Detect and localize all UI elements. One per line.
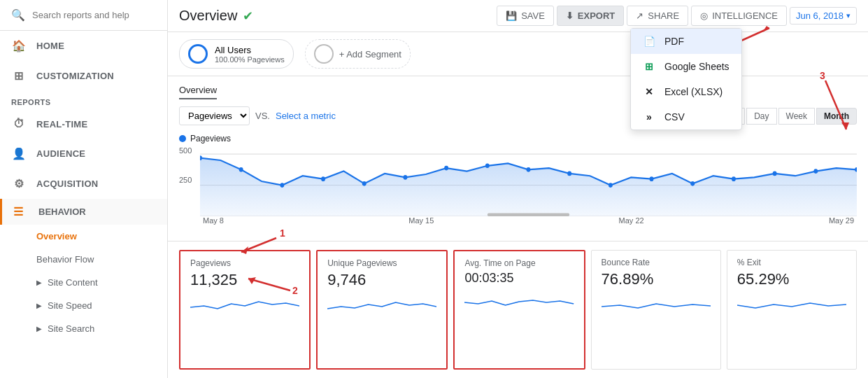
sidebar-item-home[interactable]: 🏠 HOME — [0, 31, 167, 61]
home-icon: 🏠 — [11, 39, 27, 52]
site-speed-label: Site Speed — [48, 300, 92, 311]
intelligence-button[interactable]: ◎ INTELLIGENCE — [691, 6, 787, 26]
svg-point-14 — [650, 176, 654, 181]
stat-value-pageviews: 11,325 — [190, 271, 299, 289]
time-btn-day[interactable]: Day — [746, 108, 776, 125]
stat-value-exit: 65.29% — [737, 270, 846, 288]
all-users-segment[interactable]: All Users 100.00% Pageviews — [179, 39, 294, 69]
add-segment-circle — [314, 44, 334, 64]
search-icon: 🔍 — [11, 8, 25, 22]
save-button[interactable]: 💾 SAVE — [497, 6, 554, 26]
sidebar-item-acquisition[interactable]: ⚙ ACQUISITION — [0, 169, 167, 199]
sparkline-exit — [737, 293, 846, 314]
x-label-may15: May 15 — [408, 216, 434, 225]
chart-legend-dot — [179, 135, 186, 142]
time-btn-week[interactable]: Week — [778, 108, 815, 125]
svg-point-10 — [485, 163, 490, 168]
svg-point-5 — [280, 183, 284, 188]
time-btn-month[interactable]: Month — [816, 108, 857, 125]
segment-sub: 100.00% Pageviews — [215, 55, 285, 64]
sidebar-customization-label: CUSTOMIZATION — [36, 71, 114, 81]
page-title-group: Overview ✔ — [179, 8, 253, 24]
overview-sub-label: Overview — [36, 231, 77, 241]
sparkline-unique — [327, 293, 436, 314]
sparkline-bounce — [602, 293, 711, 314]
svg-point-9 — [444, 166, 448, 171]
x-label-may29: May 29 — [829, 216, 854, 225]
x-label-may22: May 22 — [619, 216, 644, 225]
stat-label-pageviews: Pageviews — [190, 258, 299, 268]
behavior-label: BEHAVIOR — [38, 206, 86, 217]
select-metric-link[interactable]: Select a metric — [276, 111, 336, 121]
expand-icon-speed: ▶ — [36, 302, 42, 309]
pdf-icon: 📄 — [642, 36, 656, 47]
sidebar-item-audience[interactable]: 👤 AUDIENCE — [0, 139, 167, 169]
export-icon: ⬇ — [566, 10, 574, 21]
svg-rect-20 — [488, 214, 569, 216]
svg-point-13 — [609, 183, 613, 188]
date-range-arrow: ▾ — [846, 11, 851, 20]
reports-label: Reports — [0, 91, 167, 109]
export-button[interactable]: ⬇ EXPORT — [557, 6, 624, 26]
sidebar: 🔍 Search reports and help 🏠 HOME ⊞ CUSTO… — [0, 0, 168, 378]
export-pdf-item[interactable]: 📄 PDF — [631, 29, 741, 54]
sidebar-item-behavior[interactable]: ☰ BEHAVIOR — [0, 199, 167, 225]
share-button[interactable]: ↗ SHARE — [627, 6, 688, 26]
chart-controls: Pageviews VS. Select a metric Hourly Day… — [179, 106, 857, 125]
svg-point-11 — [527, 167, 531, 172]
chart-x-labels: May 8 May 15 May 22 May 29 — [200, 216, 857, 225]
sidebar-item-site-content[interactable]: ▶ Site Content — [0, 271, 167, 294]
svg-point-4 — [239, 167, 243, 172]
segment-bar: All Users 100.00% Pageviews + Add Segmen… — [168, 32, 868, 76]
sidebar-item-site-search[interactable]: ▶ Site Search — [0, 317, 167, 340]
sidebar-item-overview[interactable]: Overview — [0, 225, 167, 248]
overview-panel-label: Overview — [179, 85, 217, 99]
stat-card-unique-pageviews: Unique Pageviews 9,746 — [316, 250, 448, 370]
audience-label: AUDIENCE — [36, 148, 85, 159]
expand-icon: ▶ — [36, 279, 42, 286]
export-excel-label: Excel (XLSX) — [664, 86, 723, 97]
sidebar-item-realtime[interactable]: ⏱ REAL-TIME — [0, 109, 167, 139]
sparkline-pageviews — [190, 293, 299, 314]
stat-value-avg-time: 00:03:35 — [464, 271, 574, 286]
sidebar-home-label: HOME — [36, 41, 64, 51]
sidebar-item-site-speed[interactable]: ▶ Site Speed — [0, 294, 167, 317]
svg-point-12 — [567, 172, 571, 176]
stats-grid: Pageviews 11,325 Unique Pageviews 9,746 … — [168, 241, 868, 378]
search-placeholder: Search reports and help — [32, 10, 129, 20]
sheets-icon: ⊞ — [642, 61, 656, 72]
csv-icon: » — [642, 111, 656, 122]
segment-circle — [188, 44, 208, 64]
site-search-label: Site Search — [48, 323, 94, 334]
y-label-250: 250 — [179, 176, 192, 184]
stat-card-bounce-rate: Bounce Rate 76.89% — [591, 250, 721, 370]
save-label: SAVE — [521, 10, 545, 21]
acquisition-label: ACQUISITION — [36, 178, 99, 189]
stat-card-exit: % Exit 65.29% — [727, 250, 857, 370]
export-excel-item[interactable]: ✕ Excel (XLSX) — [631, 79, 741, 104]
metric-select[interactable]: Pageviews — [179, 106, 250, 125]
stat-label-bounce: Bounce Rate — [602, 258, 711, 267]
export-pdf-label: PDF — [664, 36, 684, 47]
sidebar-item-customization[interactable]: ⊞ CUSTOMIZATION — [0, 61, 167, 91]
chart-svg — [200, 146, 857, 216]
add-segment-button[interactable]: + Add Segment — [305, 39, 411, 69]
search-bar[interactable]: 🔍 Search reports and help — [0, 0, 167, 31]
page-title: Overview — [179, 8, 237, 24]
sidebar-item-behavior-flow[interactable]: Behavior Flow — [0, 248, 167, 271]
chart-area: Pageviews 500 250 — [179, 131, 857, 232]
acquisition-icon: ⚙ — [11, 177, 27, 190]
add-segment-label: + Add Segment — [339, 49, 401, 59]
save-icon: 💾 — [506, 10, 517, 21]
overview-panel: Overview Pageviews VS. Select a metric H… — [168, 76, 868, 241]
segment-info: All Users 100.00% Pageviews — [215, 45, 285, 64]
date-range-picker[interactable]: Jun 6, 2018 ▾ — [790, 7, 857, 24]
export-csv-item[interactable]: » CSV — [631, 104, 741, 130]
date-range-value: Jun 6, 2018 — [796, 10, 844, 21]
segment-name: All Users — [215, 45, 285, 55]
svg-point-6 — [321, 176, 325, 181]
export-sheets-item[interactable]: ⊞ Google Sheets — [631, 54, 741, 79]
svg-point-18 — [813, 169, 818, 174]
behavior-icon: ☰ — [13, 205, 29, 218]
customization-icon: ⊞ — [11, 69, 27, 83]
